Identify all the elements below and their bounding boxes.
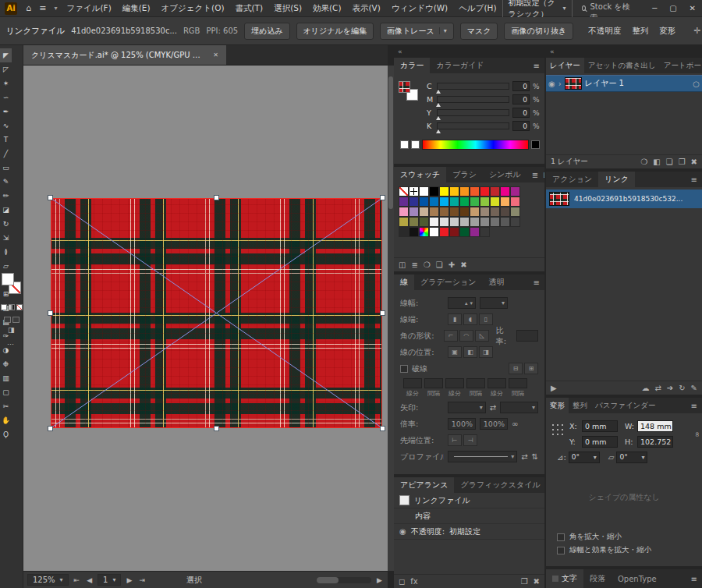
tip-button[interactable]: ⊢ <box>448 434 462 446</box>
channel-value[interactable]: 0 <box>512 108 530 118</box>
tab-pathfinder[interactable]: パスファインダー <box>591 398 660 413</box>
swatch[interactable] <box>439 217 449 227</box>
selection-handle[interactable] <box>380 426 385 431</box>
tab-brushes[interactable]: ブラシ <box>446 167 483 182</box>
swatch[interactable] <box>419 197 429 207</box>
dash-align-button[interactable]: ⊟ <box>509 363 523 374</box>
dash-align-button[interactable]: ⊞ <box>524 363 538 374</box>
cap-button[interactable]: ▯ <box>479 313 493 325</box>
corner-button[interactable]: ◺ <box>475 330 489 342</box>
swatch[interactable] <box>459 197 470 207</box>
swatch[interactable] <box>409 227 419 237</box>
swatch[interactable] <box>399 207 409 217</box>
collapse-dock-icon[interactable]: « <box>550 48 555 55</box>
panel-menu-icon[interactable]: ≡ <box>691 175 697 184</box>
channel-value[interactable]: 0 <box>512 121 530 131</box>
opacity-value[interactable]: 初期設定 <box>449 526 480 537</box>
magic-wand-tool[interactable]: ✶ <box>0 76 12 90</box>
swatch[interactable] <box>429 217 439 227</box>
w-field[interactable]: 148 mm <box>637 420 673 432</box>
locate-object-icon[interactable]: ❍ <box>640 158 647 166</box>
swatch[interactable] <box>459 207 470 217</box>
swatch[interactable] <box>459 227 470 237</box>
dashed-line-checkbox[interactable] <box>400 365 408 373</box>
new-layer-icon[interactable]: ❐ <box>679 158 686 166</box>
scroll-thumb[interactable] <box>388 76 393 209</box>
align-icon[interactable]: ✛ <box>690 26 702 36</box>
grid-view-icon[interactable]: ⊞ <box>543 171 544 179</box>
swatch[interactable] <box>399 197 409 207</box>
arrow-scale-start-field[interactable]: 100% <box>448 418 476 430</box>
list-view-icon[interactable]: ≣ <box>532 171 538 179</box>
swatch[interactable] <box>480 227 490 237</box>
stroke-weight-field[interactable]: ▴▾ <box>448 297 476 309</box>
tab-gradient[interactable]: グラデーション <box>414 275 482 290</box>
swatch[interactable] <box>480 217 490 227</box>
selection-handle[interactable] <box>48 195 53 200</box>
swatch[interactable] <box>419 186 429 197</box>
last-artboard-icon[interactable]: ⇥ <box>137 576 147 584</box>
none-button[interactable] <box>16 304 23 310</box>
layer-row[interactable]: ◉ › レイヤー 1 ○ <box>546 75 702 92</box>
opacity-link[interactable]: 不透明度 <box>586 26 623 37</box>
mask-button[interactable]: マスク <box>460 23 498 40</box>
menu-item[interactable]: 編集(E) <box>117 3 156 14</box>
stroke-weight-dropdown[interactable]: ▾ <box>480 297 508 309</box>
pencil-tool[interactable]: ✏ <box>0 189 12 203</box>
cap-button[interactable]: ◖ <box>463 313 477 325</box>
layer-thumbnail[interactable] <box>565 77 582 90</box>
x-field[interactable]: 0 mm <box>582 420 618 432</box>
swatch-libraries-icon[interactable]: ◫ <box>399 260 406 269</box>
maximize-button[interactable]: ▢ <box>663 4 682 12</box>
relink-cc-icon[interactable]: ☁ <box>641 384 649 392</box>
ratio-field[interactable] <box>516 330 538 342</box>
tab-symbols[interactable]: シンボル <box>483 167 527 182</box>
app-menu-icon[interactable]: ≡ <box>35 3 50 13</box>
menu-item[interactable]: 表示(V) <box>347 3 386 14</box>
align-stroke-button[interactable]: ▣ <box>448 346 462 358</box>
delete-icon[interactable]: ✖ <box>534 577 540 586</box>
vertical-scrollbar[interactable] <box>388 66 394 571</box>
swatch[interactable] <box>439 207 449 217</box>
eye-icon[interactable]: ◉ <box>399 527 406 536</box>
y-field[interactable]: 0 mm <box>582 436 618 448</box>
duplicate-icon[interactable]: ❐ <box>521 577 528 586</box>
swatch[interactable] <box>459 186 470 197</box>
swatch[interactable] <box>510 207 520 217</box>
align-stroke-button[interactable]: ◧ <box>463 346 477 358</box>
tab-stroke[interactable]: 線 <box>394 275 414 290</box>
artboard-navigator[interactable]: 1 ▾ <box>98 574 121 586</box>
swatch[interactable] <box>470 197 480 207</box>
selection-tool[interactable]: ◤ <box>0 48 12 62</box>
more-tools-icon[interactable]: … <box>7 338 14 346</box>
direct-selection-tool[interactable]: ◸ <box>0 62 12 76</box>
link-item-row[interactable]: 41d0e023691b5918530c532... <box>546 190 702 208</box>
swatch[interactable] <box>470 186 480 197</box>
draw-normal-button[interactable] <box>4 317 11 323</box>
swatch[interactable] <box>500 197 510 207</box>
tab-asset-export[interactable]: アセットの書き出し <box>584 58 660 73</box>
new-color-group-icon[interactable]: ❏ <box>436 260 443 269</box>
swatch[interactable] <box>429 227 439 237</box>
slider-thumb[interactable] <box>436 129 441 133</box>
tab-layers[interactable]: レイヤー <box>546 58 584 73</box>
swatch[interactable] <box>449 227 459 237</box>
channel-slider[interactable] <box>437 109 509 116</box>
swatch[interactable] <box>399 227 409 237</box>
type-tool[interactable]: T <box>0 133 12 147</box>
rotate-tool[interactable]: ↻ <box>0 217 12 231</box>
swatch[interactable] <box>470 227 480 237</box>
width-tool[interactable]: ≬ <box>0 245 12 259</box>
swatch[interactable] <box>439 227 449 237</box>
corner-button[interactable]: ◠ <box>459 330 473 342</box>
white-swatch[interactable] <box>411 140 420 149</box>
panel-menu-icon[interactable]: ≡ <box>534 62 540 70</box>
swatch[interactable] <box>500 207 510 217</box>
swatch[interactable] <box>409 217 419 227</box>
swatch[interactable] <box>449 197 459 207</box>
transform-link[interactable]: 変形 <box>657 26 678 37</box>
stepper-up-icon[interactable]: ▴ <box>465 300 468 306</box>
edit-original-button[interactable]: オリジナルを編集 <box>296 23 374 40</box>
swatch[interactable] <box>490 217 500 227</box>
collapse-dock-icon[interactable]: « <box>398 48 402 55</box>
